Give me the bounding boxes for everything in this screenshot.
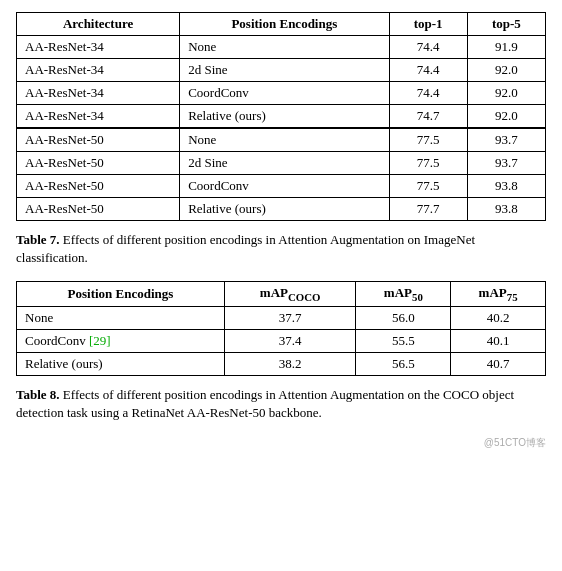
table8-cell: 40.2 xyxy=(451,306,546,329)
table7-cell: AA-ResNet-50 xyxy=(17,128,180,152)
table7-cell: 74.4 xyxy=(389,59,467,82)
table8-header-pos: Position Encodings xyxy=(17,282,225,307)
table8-cell: 55.5 xyxy=(356,329,451,352)
table7-cell: 2d Sine xyxy=(180,59,389,82)
table7-cell: CoordConv xyxy=(180,82,389,105)
table7-cell: 74.4 xyxy=(389,82,467,105)
table7-cell: Relative (ours) xyxy=(180,105,389,129)
table8-cell: 38.2 xyxy=(224,352,355,375)
table-row: AA-ResNet-50None77.593.7 xyxy=(17,128,546,152)
table7-header-top5: top-5 xyxy=(467,13,545,36)
table7-cell: None xyxy=(180,128,389,152)
table7-cell: AA-ResNet-50 xyxy=(17,152,180,175)
table7-cell: 93.8 xyxy=(467,175,545,198)
table-row: AA-ResNet-34Relative (ours)74.792.0 xyxy=(17,105,546,129)
table8-cell: 56.5 xyxy=(356,352,451,375)
table7-cell: AA-ResNet-34 xyxy=(17,36,180,59)
table7: Architecture Position Encodings top-1 to… xyxy=(16,12,546,221)
table8-header-map: mAPCOCO xyxy=(224,282,355,307)
watermark: @51CTO博客 xyxy=(16,436,546,450)
table-row: AA-ResNet-50CoordConv77.593.8 xyxy=(17,175,546,198)
table7-header-pos: Position Encodings xyxy=(180,13,389,36)
table7-cell: AA-ResNet-34 xyxy=(17,59,180,82)
table7-cell: CoordConv xyxy=(180,175,389,198)
table7-cell: AA-ResNet-34 xyxy=(17,82,180,105)
table7-cell: 74.7 xyxy=(389,105,467,129)
table-row: AA-ResNet-502d Sine77.593.7 xyxy=(17,152,546,175)
table7-cell: 92.0 xyxy=(467,59,545,82)
table7-cell: AA-ResNet-50 xyxy=(17,198,180,221)
table7-cell: 77.5 xyxy=(389,152,467,175)
table7-cell: Relative (ours) xyxy=(180,198,389,221)
table7-cell: AA-ResNet-34 xyxy=(17,105,180,129)
table7-cell: 74.4 xyxy=(389,36,467,59)
table7-header-arch: Architecture xyxy=(17,13,180,36)
table7-cell: 91.9 xyxy=(467,36,545,59)
table7-caption: Table 7. Effects of different position e… xyxy=(16,231,546,267)
table-row: AA-ResNet-34CoordConv74.492.0 xyxy=(17,82,546,105)
table8-caption: Table 8. Effects of different position e… xyxy=(16,386,546,422)
table7-cell: 92.0 xyxy=(467,82,545,105)
table7-cell: 92.0 xyxy=(467,105,545,129)
table8-cell: 40.7 xyxy=(451,352,546,375)
table7-cell: 77.5 xyxy=(389,175,467,198)
table8-cell: 40.1 xyxy=(451,329,546,352)
table8-cell: 37.4 xyxy=(224,329,355,352)
table8-cell: Relative (ours) xyxy=(17,352,225,375)
table-row: CoordConv [29]37.455.540.1 xyxy=(17,329,546,352)
table7-cell: None xyxy=(180,36,389,59)
table7-cell: 93.7 xyxy=(467,128,545,152)
table7-cell: 2d Sine xyxy=(180,152,389,175)
table-row: AA-ResNet-34None74.491.9 xyxy=(17,36,546,59)
table7-cell: 93.7 xyxy=(467,152,545,175)
table8-header-map50: mAP50 xyxy=(356,282,451,307)
table-row: Relative (ours)38.256.540.7 xyxy=(17,352,546,375)
table8-cell: CoordConv [29] xyxy=(17,329,225,352)
table7-header-top1: top-1 xyxy=(389,13,467,36)
table8-cell: None xyxy=(17,306,225,329)
table8: Position Encodings mAPCOCO mAP50 mAP75 N… xyxy=(16,281,546,376)
table-row: None37.756.040.2 xyxy=(17,306,546,329)
table8-cell: 37.7 xyxy=(224,306,355,329)
table7-cell: AA-ResNet-50 xyxy=(17,175,180,198)
table-row: AA-ResNet-342d Sine74.492.0 xyxy=(17,59,546,82)
table7-cell: 77.5 xyxy=(389,128,467,152)
table8-cell: 56.0 xyxy=(356,306,451,329)
table7-cell: 93.8 xyxy=(467,198,545,221)
table-row: AA-ResNet-50Relative (ours)77.793.8 xyxy=(17,198,546,221)
table7-cell: 77.7 xyxy=(389,198,467,221)
table8-header-map75: mAP75 xyxy=(451,282,546,307)
